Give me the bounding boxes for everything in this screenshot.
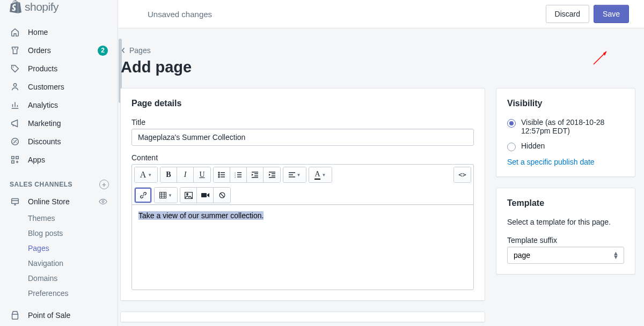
- template-suffix-select[interactable]: page: [507, 247, 624, 264]
- html-view-button[interactable]: <>: [454, 167, 471, 182]
- home-icon: [10, 27, 20, 38]
- sales-channels-heading: SALES CHANNELS +: [0, 180, 118, 189]
- bold-button[interactable]: B: [160, 167, 177, 182]
- editor-selected-text: Take a view of our summer collection.: [138, 211, 264, 220]
- products-icon: [10, 63, 20, 74]
- nav-label: Apps: [28, 155, 108, 164]
- subnav-themes[interactable]: Themes: [28, 211, 118, 226]
- visibility-heading: Visibility: [507, 99, 624, 108]
- template-suffix-label: Template suffix: [507, 236, 624, 244]
- hidden-label: Hidden: [521, 142, 545, 150]
- link-button[interactable]: [135, 188, 151, 203]
- analytics-icon: [10, 100, 20, 110]
- svg-point-17: [218, 176, 219, 177]
- nav-apps[interactable]: Apps: [0, 151, 118, 169]
- nav-discounts[interactable]: Discounts: [0, 132, 118, 151]
- nav-label: Orders: [28, 46, 98, 55]
- svg-point-0: [13, 66, 14, 68]
- visibility-card: Visibility Visible (as of 2018-10-28 12:…: [496, 88, 635, 177]
- seo-card-collapsed: [120, 312, 485, 322]
- save-button[interactable]: Save: [594, 5, 629, 23]
- visible-label: Visible (as of 2018-10-28 12:57pm EDT): [521, 118, 624, 135]
- outdent-button[interactable]: [247, 167, 264, 182]
- radio-unchecked-icon: [507, 143, 516, 151]
- svg-marker-12: [603, 51, 606, 56]
- bullet-list-button[interactable]: [214, 167, 230, 182]
- add-channel-button[interactable]: +: [99, 180, 109, 189]
- apps-icon: [10, 154, 20, 165]
- nav-label: Discounts: [28, 137, 108, 146]
- sidebar: shopify Home Orders 2 Products Customers: [0, 0, 118, 326]
- page-title: Add page: [121, 58, 635, 76]
- orders-badge: 2: [98, 46, 108, 56]
- subnav-pages[interactable]: Pages: [28, 241, 118, 256]
- title-input[interactable]: [131, 129, 474, 146]
- brand-name: shopify: [25, 1, 58, 13]
- content-editor[interactable]: Take a view of our summer collection.: [131, 204, 474, 290]
- svg-rect-36: [160, 192, 166, 198]
- chevron-left-icon: [121, 47, 126, 54]
- subnav-blog-posts[interactable]: Blog posts: [28, 226, 118, 241]
- svg-point-42: [186, 193, 188, 195]
- nav-label: Home: [28, 28, 108, 36]
- italic-button[interactable]: I: [177, 167, 194, 182]
- discard-button[interactable]: Discard: [546, 5, 589, 23]
- numbered-list-button[interactable]: 123: [230, 167, 247, 182]
- subnav-navigation[interactable]: Navigation: [28, 256, 118, 271]
- video-button[interactable]: [197, 188, 214, 203]
- svg-rect-4: [16, 157, 19, 159]
- nav-analytics[interactable]: Analytics: [0, 96, 118, 114]
- nav-label: Point of Sale: [28, 311, 108, 320]
- svg-line-45: [220, 194, 224, 197]
- unsaved-changes-label: Unsaved changes: [148, 10, 212, 19]
- table-dropdown[interactable]: ▼: [155, 188, 177, 203]
- visibility-visible-option[interactable]: Visible (as of 2018-10-28 12:57pm EDT): [507, 118, 624, 135]
- svg-rect-5: [12, 161, 14, 164]
- text-color-dropdown[interactable]: A▼: [309, 167, 332, 182]
- underline-button[interactable]: U: [194, 167, 210, 182]
- indent-button[interactable]: [264, 167, 280, 182]
- nav-point-of-sale[interactable]: Point of Sale: [0, 306, 118, 324]
- topbar-actions: Discard Save: [546, 5, 629, 23]
- align-dropdown[interactable]: ▼: [283, 167, 306, 182]
- title-label: Title: [131, 118, 474, 127]
- customers-icon: [10, 82, 20, 92]
- svg-point-7: [102, 201, 104, 203]
- publish-date-link[interactable]: Set a specific publish date: [507, 158, 595, 166]
- nav-online-store[interactable]: Online Store: [0, 192, 118, 211]
- visibility-hidden-option[interactable]: Hidden: [507, 142, 624, 151]
- breadcrumb-back[interactable]: Pages: [121, 30, 151, 55]
- orders-icon: [10, 45, 20, 56]
- svg-rect-43: [201, 193, 207, 197]
- svg-point-13: [218, 172, 219, 173]
- page-details-card: Page details Title Content A▼ B I: [120, 88, 485, 301]
- discounts-icon: [10, 136, 20, 147]
- radio-checked-icon: [507, 119, 516, 128]
- nav-label: Products: [28, 64, 108, 73]
- view-store-icon[interactable]: [98, 197, 108, 206]
- svg-rect-3: [12, 157, 14, 159]
- nav-label: Analytics: [28, 101, 108, 109]
- marketing-icon: [10, 118, 20, 129]
- page-details-heading: Page details: [131, 99, 474, 108]
- topbar: Unsaved changes Discard Save: [118, 0, 644, 28]
- nav-products[interactable]: Products: [0, 60, 118, 78]
- nav-orders[interactable]: Orders 2: [0, 41, 118, 60]
- clear-format-button[interactable]: [214, 188, 230, 203]
- online-store-subnav: Themes Blog posts Pages Navigation Domai…: [0, 211, 118, 301]
- content-scroll[interactable]: Pages Add page Page details Title Conten…: [118, 28, 644, 326]
- subnav-preferences[interactable]: Preferences: [28, 286, 118, 301]
- subnav-domains[interactable]: Domains: [28, 271, 118, 286]
- svg-point-1: [13, 84, 16, 86]
- nav-label: Marketing: [28, 119, 108, 128]
- nav-marketing[interactable]: Marketing: [0, 114, 118, 132]
- image-button[interactable]: [180, 188, 197, 203]
- format-dropdown[interactable]: A▼: [135, 167, 157, 182]
- shopify-bag-icon: [10, 0, 21, 13]
- pos-icon: [10, 310, 20, 321]
- template-heading: Template: [507, 198, 624, 208]
- logo[interactable]: shopify: [0, 0, 118, 13]
- nav-label: Online Store: [28, 197, 98, 206]
- nav-home[interactable]: Home: [0, 23, 118, 41]
- nav-customers[interactable]: Customers: [0, 78, 118, 96]
